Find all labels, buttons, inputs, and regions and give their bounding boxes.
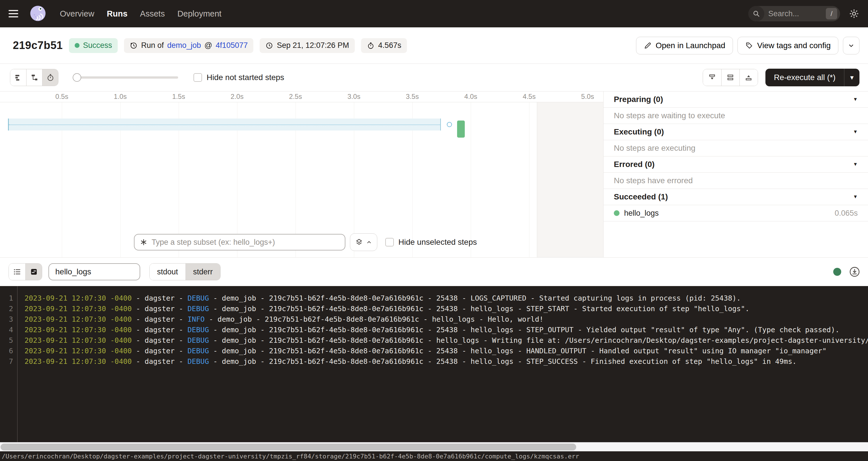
graph-query-toggle-button[interactable] [350, 233, 377, 251]
tab-stderr[interactable]: stderr [186, 264, 220, 280]
stdio-tabs: stdoutstderr [149, 263, 221, 280]
list-icon [13, 268, 21, 276]
log-line-4: 42023-09-21 12:07:30 -0400 - dagster - D… [0, 325, 868, 335]
waterfall-gantt-icon [30, 73, 39, 82]
slider-track[interactable] [73, 76, 178, 79]
open-launchpad-button[interactable]: Open in Launchpad [636, 37, 733, 54]
menu-icon[interactable] [8, 10, 20, 18]
step-section-header[interactable]: Executing (0)▼ [603, 124, 868, 140]
axis-tick: 1.0s [114, 93, 126, 100]
step-status-panel: Preparing (0)▼No steps are waiting to ex… [603, 91, 868, 257]
hide-not-started-checkbox[interactable] [193, 73, 202, 82]
search-input[interactable]: Search... / [748, 6, 840, 21]
gantt-timed-view-button[interactable] [42, 69, 58, 86]
gantt-toolbar: Hide not started steps Re-execute all (*… [0, 64, 868, 91]
started-at-pill: Sep 21, 12:07:26 PM [259, 38, 355, 53]
view-tags-config-label: View tags and config [757, 41, 831, 50]
section-title: Errored (0) [614, 160, 655, 169]
split-panels-button[interactable] [721, 69, 740, 86]
section-empty-message: No steps are executing [603, 140, 868, 156]
status-label: Success [83, 41, 112, 50]
caret-up-icon [366, 239, 372, 246]
step-duration: 0.065s [835, 209, 858, 218]
reexecute-dropdown-button[interactable]: ▾ [844, 69, 860, 86]
panel-down-icon [708, 73, 716, 82]
gridline [529, 102, 529, 257]
axis-tick: 2.5s [289, 93, 302, 100]
section-title: Succeeded (1) [614, 192, 668, 202]
tab-stdout[interactable]: stdout [150, 264, 186, 280]
download-log-button[interactable] [848, 266, 861, 278]
log-line-5: 52023-09-21 12:07:30 -0400 - dagster - D… [0, 335, 868, 346]
caret-down-icon: ▼ [853, 129, 858, 135]
download-icon [848, 266, 861, 278]
search-placeholder: Search... [768, 9, 826, 18]
gantt-flat-view-button[interactable] [10, 69, 26, 86]
gantt-axis: 0.5s1.0s1.5s2.0s2.5s3.0s3.5s4.0s4.5s5.0s [0, 91, 603, 102]
chevron-down-icon [847, 41, 855, 50]
step-row-hello_logs[interactable]: hello_logs0.065s [603, 205, 868, 221]
pencil-icon [644, 41, 652, 50]
step-section-header[interactable]: Errored (0)▼ [603, 156, 868, 173]
hide-unselected-label[interactable]: Hide unselected steps [398, 238, 477, 247]
scrollbar-thumb[interactable] [1, 443, 576, 451]
log-line-6: 62023-09-21 12:07:30 -0400 - dagster - D… [0, 346, 868, 356]
log-toolbar: stdoutstderr [0, 257, 868, 286]
nav-item-assets[interactable]: Assets [140, 9, 165, 19]
step-section-header[interactable]: Succeeded (1)▼ [603, 189, 868, 205]
log-horizontal-scrollbar[interactable] [0, 442, 868, 451]
job-link[interactable]: demo_job [167, 41, 201, 50]
axis-tick: 2.0s [230, 93, 243, 100]
history-clock-icon [130, 41, 137, 50]
settings-gear-icon[interactable] [848, 8, 860, 19]
gantt-zoom-slider[interactable] [73, 73, 178, 82]
step-subset-row: Hide unselected steps [134, 233, 477, 251]
log-file-path: /Users/erincochran/Desktop/dagster-examp… [0, 453, 579, 460]
stopwatch-icon [367, 41, 375, 50]
log-path-status-bar: /Users/erincochran/Desktop/dagster-examp… [0, 451, 868, 461]
step-status-dot [614, 210, 620, 216]
search-shortcut-badge: / [826, 8, 837, 19]
axis-tick: 3.0s [347, 93, 360, 100]
step-subset-inputwrap [134, 234, 345, 250]
run-of-pill: Run of demo_job @ 4f105077 [124, 38, 253, 53]
nav-item-runs[interactable]: Runs [107, 9, 128, 19]
top-nav: OverviewRunsAssetsDeployment Search... / [0, 0, 868, 27]
slider-handle[interactable] [73, 73, 81, 82]
commit-link[interactable]: 4f105077 [216, 41, 248, 50]
hide-not-started-label[interactable]: Hide not started steps [207, 73, 284, 82]
view-tags-config-button[interactable]: View tags and config [738, 37, 838, 54]
nav-item-overview[interactable]: Overview [60, 9, 94, 19]
step-name: hello_logs [624, 209, 659, 218]
clock-icon [265, 41, 273, 50]
section-title: Preparing (0) [614, 95, 663, 104]
step-section-header[interactable]: Preparing (0)▼ [603, 91, 868, 108]
log-step-filter-input[interactable] [49, 263, 140, 280]
reexecute-all-button[interactable]: Re-execute all (*) [766, 69, 844, 86]
axis-tick: 0.5s [55, 93, 68, 100]
open-launchpad-label: Open in Launchpad [656, 41, 725, 50]
status-badge: Success [69, 38, 118, 53]
flat-gantt-icon [14, 73, 23, 82]
log-line-2: 22023-09-21 12:07:30 -0400 - dagster - D… [0, 303, 868, 314]
layers-icon [355, 238, 363, 246]
log-view-mode-group [8, 263, 42, 280]
run-of-label: Run of [141, 41, 164, 50]
section-title: Executing (0) [614, 127, 664, 136]
nav-item-deployment[interactable]: Deployment [177, 9, 221, 19]
raw-log-view-button[interactable] [25, 264, 42, 280]
stopwatch-icon [46, 73, 55, 82]
collapse-panel-down-button[interactable] [703, 69, 721, 86]
expand-panel-up-button[interactable] [740, 69, 758, 86]
hide-unselected-checkbox[interactable] [385, 238, 394, 246]
dagster-logo[interactable] [29, 4, 47, 23]
step-panel-sections: Preparing (0)▼No steps are waiting to ex… [603, 91, 868, 221]
gantt-waterfall-view-button[interactable] [26, 69, 42, 86]
raw-log-output: 12023-09-21 12:07:30 -0400 - dagster - D… [0, 286, 868, 442]
structured-log-view-button[interactable] [9, 264, 25, 280]
gantt-step-bar-hello-logs[interactable] [457, 121, 465, 137]
step-subset-input[interactable] [152, 238, 340, 247]
section-empty-message: No steps have errored [603, 173, 868, 189]
axis-tick: 1.5s [172, 93, 185, 100]
run-actions-dropdown-button[interactable] [843, 37, 860, 54]
